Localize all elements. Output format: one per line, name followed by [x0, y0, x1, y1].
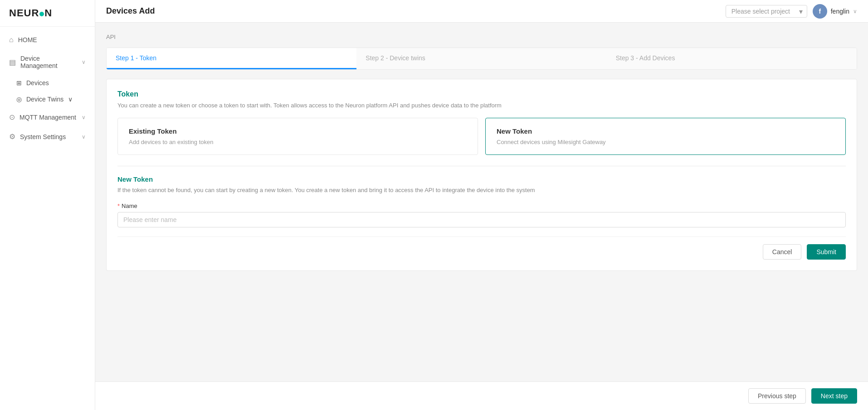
settings-icon: ⚙ — [9, 132, 15, 141]
existing-token-card[interactable]: Existing Token Add devices to an existin… — [117, 118, 478, 155]
new-token-card[interactable]: New Token Connect devices using Milesigh… — [485, 118, 846, 155]
action-row: Cancel Submit — [117, 236, 846, 260]
step-3-label: Step 3 - Add Devices — [616, 54, 675, 62]
avatar: f — [813, 4, 827, 19]
steps-bar: Step 1 - Token Step 2 - Device twins Ste… — [106, 48, 857, 70]
topbar-right: Please select project f fenglin ∨ — [726, 4, 857, 19]
sidebar-item-home[interactable]: ⌂ HOME — [0, 30, 95, 49]
previous-step-button[interactable]: Previous step — [748, 388, 806, 404]
name-label-text: Name — [122, 203, 137, 209]
step-1-label: Step 1 - Token — [116, 54, 156, 62]
logo: NEURN — [0, 0, 95, 27]
sidebar-item-devices[interactable]: ⊞ Devices — [0, 75, 95, 91]
new-token-desc: Connect devices using Milesight Gateway — [497, 139, 834, 145]
logo-text: NEURN — [9, 7, 52, 19]
token-cards-row: Existing Token Add devices to an existin… — [117, 118, 846, 155]
device-management-icon: ▤ — [9, 58, 16, 67]
step-3[interactable]: Step 3 - Add Devices — [607, 48, 857, 69]
form-name-label: * Name — [117, 203, 846, 209]
sidebar-item-devices-label: Devices — [26, 79, 49, 87]
existing-token-desc: Add devices to an existing token — [129, 139, 467, 145]
chevron-down-icon-twins: ∨ — [68, 96, 73, 103]
token-section: Token You can create a new token or choo… — [106, 79, 857, 271]
section-label: API — [106, 34, 857, 40]
new-token-section: New Token If the token cannot be found, … — [117, 166, 846, 260]
submit-button[interactable]: Submit — [807, 244, 846, 260]
token-title: Token — [117, 90, 846, 98]
user-info[interactable]: f fenglin ∨ — [813, 4, 857, 19]
next-step-button[interactable]: Next step — [811, 388, 857, 404]
user-name: fenglin — [831, 8, 849, 15]
mqtt-icon: ⊙ — [9, 113, 15, 121]
chevron-down-icon-settings: ∨ — [82, 134, 86, 140]
existing-token-title: Existing Token — [129, 127, 467, 135]
main-area: Devices Add Please select project f feng… — [95, 0, 868, 410]
step-2[interactable]: Step 2 - Device twins — [356, 48, 606, 69]
new-token-title: New Token — [497, 127, 834, 135]
sidebar-item-mqtt[interactable]: ⊙ MQTT Management ∨ — [0, 107, 95, 127]
token-description: You can create a new token or choose a t… — [117, 102, 846, 109]
sidebar-item-mqtt-label: MQTT Management — [20, 114, 77, 121]
form-name-row: * Name — [117, 203, 846, 227]
chevron-down-icon-mqtt: ∨ — [82, 114, 86, 121]
name-input[interactable] — [117, 212, 846, 227]
step-2-label: Step 2 - Device twins — [366, 54, 425, 62]
sidebar-nav: ⌂ HOME ▤ Device Management ∨ ⊞ Devices ◎… — [0, 27, 95, 150]
sidebar-item-system-settings-label: System Settings — [20, 133, 77, 140]
required-asterisk: * — [117, 203, 120, 209]
project-select-wrapper[interactable]: Please select project — [726, 5, 807, 18]
cancel-button[interactable]: Cancel — [763, 244, 802, 260]
footer: Previous step Next step — [95, 381, 868, 410]
page-title: Devices Add — [106, 6, 155, 16]
sidebar: NEURN ⌂ HOME ▤ Device Management ∨ ⊞ Dev… — [0, 0, 95, 410]
home-icon: ⌂ — [9, 36, 14, 44]
devices-icon: ⊞ — [16, 79, 22, 87]
project-select[interactable]: Please select project — [726, 5, 807, 18]
sidebar-item-device-twins[interactable]: ◎ Device Twins ∨ — [0, 91, 95, 107]
logo-dot — [39, 12, 44, 16]
new-token-section-desc: If the token cannot be found, you can st… — [117, 187, 846, 193]
chevron-down-icon-user: ∨ — [853, 8, 857, 14]
sidebar-item-device-management[interactable]: ▤ Device Management ∨ — [0, 49, 95, 75]
device-twins-icon: ◎ — [16, 96, 22, 103]
sidebar-item-system-settings[interactable]: ⚙ System Settings ∨ — [0, 127, 95, 146]
sidebar-item-home-label: HOME — [18, 36, 86, 43]
new-token-section-title: New Token — [117, 175, 846, 183]
step-1[interactable]: Step 1 - Token — [107, 48, 356, 69]
topbar: Devices Add Please select project f feng… — [95, 0, 868, 23]
content-area: API Step 1 - Token Step 2 - Device twins… — [95, 23, 868, 381]
sidebar-item-device-twins-label: Device Twins — [26, 96, 63, 103]
chevron-down-icon: ∨ — [82, 59, 86, 65]
sidebar-item-device-management-label: Device Management — [20, 55, 77, 69]
